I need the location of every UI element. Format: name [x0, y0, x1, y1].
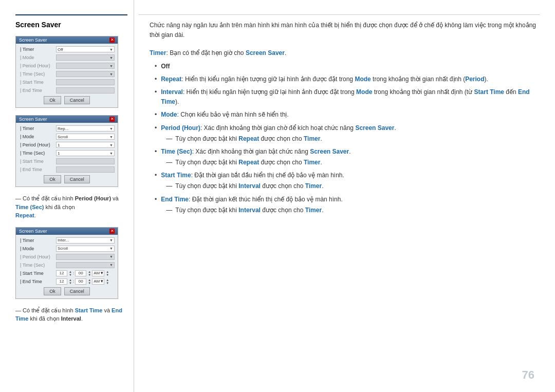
dialog-1-label-time: | Time (Sec) — [19, 71, 56, 77]
bullet-off-content: Off — [161, 62, 540, 71]
dialog-2-value-starttime — [56, 158, 115, 164]
down-arrow[interactable]: ▼ — [69, 282, 72, 285]
bullet-interval-content: Interval: Hiển thị kiểu ngăn hiện tượng … — [161, 87, 540, 107]
dialog-3-starttime-ampm[interactable]: AM ▼ — [92, 270, 104, 276]
dialog-2-cancel[interactable]: Cancel — [64, 175, 90, 183]
down-arrow[interactable]: ▼ — [106, 282, 109, 285]
dialog-2-close[interactable]: ✕ — [109, 117, 115, 122]
sub-bullet-timesec: ― Tùy chọn được bật khi Repeat được chọn… — [166, 158, 540, 167]
dialog-3-label-timer: | Timer — [19, 238, 56, 243]
dialog-3-label-endtime: | End Time — [19, 279, 56, 284]
down-arrow[interactable]: ▼ — [69, 273, 72, 276]
dialog-2-value-mode[interactable]: Scroll ▼ — [56, 134, 115, 140]
bullet-dot: • — [155, 195, 157, 215]
dialog-1-label-timer: | Timer — [19, 47, 56, 52]
dialog-3-label-time: | Time (Sec) — [19, 263, 56, 268]
dialog-3-value-timer[interactable]: Inter... ▼ — [56, 237, 115, 244]
bullet-period: • Period (Hour): Xác định khoảng thời gi… — [155, 123, 540, 144]
dialog-3-endtime-hour[interactable]: 12 — [56, 278, 67, 285]
dialog-3-label-mode: | Mode — [19, 246, 56, 251]
dialog-3-ok[interactable]: Ok — [44, 287, 61, 295]
dialog-2-ok[interactable]: Ok — [44, 175, 61, 183]
dialog-1-value-starttime — [56, 79, 115, 85]
left-column: Screen Saver Screen Saver ✕ | Timer Off … — [0, 0, 134, 392]
dialog-3-label-starttime: | Start Time — [19, 271, 56, 276]
dialog-2-value-time[interactable]: 1 ▼ — [56, 150, 115, 156]
dialog-1-value-mode: ▼ — [56, 54, 115, 61]
bullet-off: • Off — [155, 62, 540, 71]
right-column: Chức năng này ngăn lưu ảnh trên màn hình… — [134, 0, 555, 392]
bullet-endtime: • End Time: Đặt thời gian kết thúc hiển … — [155, 195, 540, 215]
dialog-3-starttime-hour[interactable]: 12 — [56, 270, 67, 276]
ampm-arrow: ▼ — [100, 279, 104, 284]
down-arrow[interactable]: ▼ — [106, 273, 109, 276]
dialog-2-label-mode: | Mode — [19, 134, 56, 139]
top-line-left — [15, 14, 127, 15]
bullet-endtime-content: End Time: Đặt thời gian kết thúc hiển th… — [161, 195, 540, 215]
starttime-hour-spinner[interactable]: ▲ ▼ — [69, 270, 72, 276]
dialog-1-ok[interactable]: Ok — [44, 96, 61, 104]
section-title: Screen Saver — [15, 21, 123, 29]
down-arrow[interactable]: ▼ — [88, 273, 91, 276]
dialog-3: Screen Saver ✕ | Timer Inter... ▼ | Mode… — [15, 227, 118, 299]
dialog-3-row-time: | Time (Sec) ▼ — [19, 262, 115, 269]
dialog-3-row-starttime: | Start Time 12 ▲ ▼ : 00 ▲ ▼ — [19, 270, 115, 277]
sub-bullet-endtime: ― Tùy chọn được bật khi Interval được ch… — [166, 206, 540, 215]
caption-2: ― Có thể đặt cấu hình Start Time và End … — [15, 306, 123, 323]
dialog-1-value-period: ▼ — [56, 63, 115, 69]
bullet-repeat: • Repeat: Hiển thị kiểu ngăn hiện tượng … — [155, 74, 540, 84]
dialog-1-title: Screen Saver — [19, 38, 47, 43]
dialog-3-starttime-group: 12 ▲ ▼ : 00 ▲ ▼ AM ▼ — [56, 270, 109, 276]
dialog-2-row-timer: | Timer Rep... ▼ — [19, 125, 115, 132]
dropdown-arrow: ▼ — [109, 56, 113, 60]
endtime-hour-spinner[interactable]: ▲ ▼ — [69, 278, 72, 285]
dialog-3-body: | Timer Inter... ▼ | Mode Scroll ▼ | Per… — [16, 235, 118, 298]
dialog-2-titlebar: Screen Saver ✕ — [16, 116, 118, 123]
bullet-period-content: Period (Hour): Xác định khoảng thời gian… — [161, 123, 540, 144]
endtime-ampm-spinner[interactable]: ▲ ▼ — [106, 278, 109, 285]
bullet-dot: • — [155, 147, 157, 167]
dialog-3-titlebar: Screen Saver ✕ — [16, 228, 118, 235]
dialog-1-row-timer: | Timer Off ▼ — [19, 46, 115, 53]
dialog-1-cancel[interactable]: Cancel — [64, 96, 90, 104]
dialog-3-endtime-min[interactable]: 00 — [75, 278, 86, 285]
dialog-3-row-endtime: | End Time 12 ▲ ▼ : 00 ▲ ▼ — [19, 278, 115, 285]
bullet-section: • Off • Repeat: Hiển thị kiểu ngăn hiện … — [155, 62, 540, 215]
dialog-2-row-period: | Period (Hour) 1 ▼ — [19, 141, 115, 148]
dropdown-arrow: ▼ — [109, 238, 113, 242]
dialog-3-endtime-ampm[interactable]: AM ▼ — [92, 278, 104, 285]
dialog-2-label-endtime: | End Time — [19, 167, 56, 172]
dialog-3-label-period: | Period (Hour) — [19, 254, 56, 259]
dialog-2: Screen Saver ✕ | Timer Rep... ▼ | Mode S… — [15, 115, 118, 187]
dialog-1: Screen Saver ✕ | Timer Off ▼ | Mode ▼ — [15, 36, 118, 108]
timer-label: Timer: Bạn có thể đặt hẹn giờ cho Screen… — [150, 48, 286, 58]
dialog-3-row-period: | Period (Hour) ▼ — [19, 253, 115, 260]
dialog-3-buttons: Ok Cancel — [19, 287, 115, 295]
dropdown-arrow: ▼ — [109, 263, 113, 267]
down-arrow[interactable]: ▼ — [88, 282, 91, 285]
starttime-ampm-spinner[interactable]: ▲ ▼ — [106, 270, 109, 276]
bullet-dot: • — [155, 110, 157, 120]
dialog-2-value-timer[interactable]: Rep... ▼ — [56, 125, 115, 132]
caption-1: ― Có thể đặt cấu hình Period (Hour) và T… — [15, 194, 123, 220]
bullet-dot: • — [155, 87, 157, 107]
intro-text: Chức năng này ngăn lưu ảnh trên màn hình… — [150, 21, 540, 40]
dialog-1-close[interactable]: ✕ — [109, 38, 115, 43]
dropdown-arrow: ▼ — [109, 255, 113, 258]
page-number: 76 — [522, 368, 534, 382]
bullet-starttime: • Start Time: Đặt thời gian bắt đầu hiển… — [155, 171, 540, 191]
dialog-3-title: Screen Saver — [19, 229, 47, 234]
dialog-3-close[interactable]: ✕ — [109, 229, 115, 234]
dropdown-arrow: ▼ — [109, 72, 113, 76]
dialog-3-cancel[interactable]: Cancel — [64, 287, 90, 295]
dialog-1-value-timer[interactable]: Off ▼ — [56, 46, 115, 52]
dialog-3-value-mode[interactable]: Scroll ▼ — [56, 246, 115, 252]
bullet-dot: • — [155, 62, 157, 71]
dialog-1-value-endtime — [56, 87, 115, 94]
starttime-min-spinner[interactable]: ▲ ▼ — [88, 270, 91, 276]
bullet-mode: • Mode: Chọn kiểu bảo vệ màn hình sẽ hiể… — [155, 110, 540, 120]
dialog-1-row-starttime: | Start Time — [19, 79, 115, 86]
dialog-3-starttime-min[interactable]: 00 — [75, 270, 86, 276]
dialog-2-value-period[interactable]: 1 ▼ — [56, 142, 115, 148]
endtime-min-spinner[interactable]: ▲ ▼ — [88, 278, 91, 285]
